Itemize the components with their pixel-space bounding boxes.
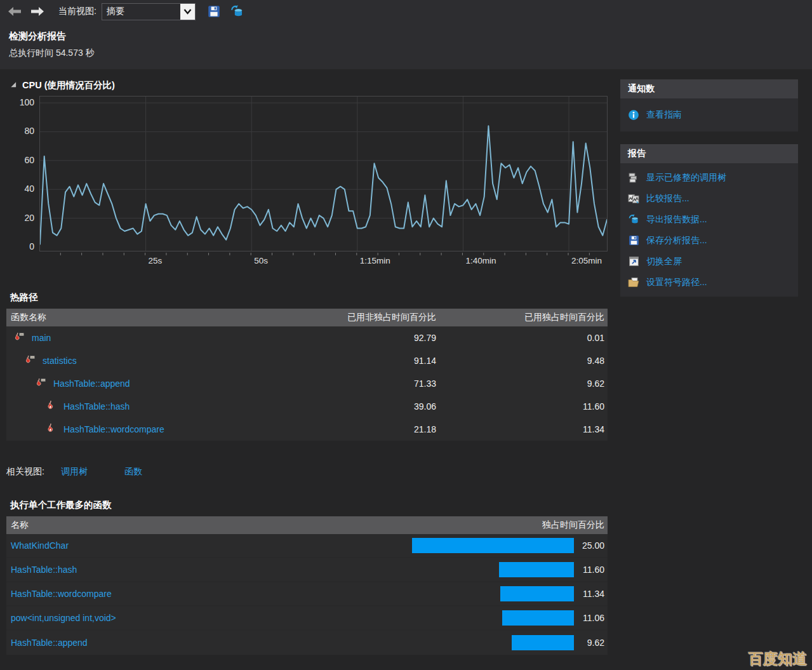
exclusive-pct-value: 9.62 [436,379,608,389]
function-link[interactable]: main [32,333,51,343]
forward-arrow-icon[interactable] [29,3,46,20]
exclusive-pct-value: 11.06 [574,613,608,623]
hot-path-flame-icon [35,377,46,390]
y-axis-tick-label: 20 [6,213,34,223]
notifications-panel: 通知数 查看指南 [620,79,798,131]
col-exclusive-time-pct[interactable]: 独占时间百分比 [406,519,608,531]
notification-link[interactable]: 查看指南 [646,109,682,121]
export-data-icon[interactable] [229,3,245,20]
notifications-title: 通知数 [620,79,798,98]
top-functions-table-header: 名称 独占时间百分比 [6,516,608,534]
related-views-label: 相关视图: [6,466,44,478]
function-link[interactable]: pow<int,unsigned int,void> [11,613,116,623]
exclusive-pct-value: 0.01 [436,333,608,343]
exclusive-pct-value: 11.60 [436,401,608,412]
hot-path-row: HashTable::wordcompare21.1811.34 [6,418,608,441]
exclusive-pct-value: 11.34 [574,589,608,599]
function-link[interactable]: statistics [43,356,77,366]
cpu-usage-chart: 100806040200 25s50s1:15min1:40min2:05min [6,93,608,276]
inclusive-pct-value: 39.06 [277,401,436,412]
exclusive-time-bar [500,586,574,601]
exclusive-time-bar [512,635,574,650]
flame-icon [46,423,56,436]
y-axis-tick-label: 100 [6,97,34,107]
function-link[interactable]: HashTable::hash [11,565,77,575]
hot-path-row: main92.790.01 [6,326,608,349]
function-link[interactable]: HashTable::append [53,379,130,389]
report-action-item[interactable]: 比较报告... [620,188,798,209]
inclusive-pct-value: 21.18 [277,424,436,434]
x-axis-tick-label: 25s [149,256,163,265]
back-arrow-icon[interactable] [6,3,23,20]
report-action-item[interactable]: 设置符号路径... [620,272,798,293]
info-icon [628,109,639,121]
hot-path-table: 函数名称 已用非独占时间百分比 已用独占时间百分比 main92.790.01s… [6,309,608,441]
report-action-link[interactable]: 切换全屏 [646,256,682,267]
report-action-item[interactable]: 切换全屏 [620,251,798,272]
function-link[interactable]: WhatKindChar [11,540,69,551]
page-title: 检测分析报告 [9,30,803,43]
exclusive-pct-value: 11.60 [574,565,608,575]
col-inclusive-pct[interactable]: 已用非独占时间百分比 [277,312,436,323]
cpu-chart-title: CPU (使用情况百分比) [22,79,115,91]
x-axis-tick-label: 1:15min [360,256,390,265]
col-function-name[interactable]: 函数名称 [6,312,277,323]
sidebar: 通知数 查看指南 报告 显示已修整的调用树比较报告...导出报告数据...保存分… [620,69,798,655]
hot-path-row: HashTable::hash39.0611.60 [6,395,608,418]
hot-path-flame-icon [13,332,24,344]
report-action-item[interactable]: 保存分析报告... [620,230,798,251]
collapse-triangle-icon[interactable] [9,79,17,91]
compare-reports-icon [628,193,639,204]
function-link[interactable]: HashTable::append [11,638,88,648]
hot-path-heading: 热路径 [10,291,614,304]
top-function-row: HashTable::wordcompare11.34 [6,582,608,606]
inclusive-pct-value: 91.14 [277,356,436,366]
col-name[interactable]: 名称 [6,519,406,531]
x-axis-tick-label: 1:40min [465,256,496,265]
save-icon[interactable] [206,3,222,20]
fullscreen-icon [628,256,639,267]
chevron-down-icon[interactable] [180,4,195,20]
report-main: CPU (使用情况百分比) 100806040200 25s50s1:15min… [0,69,614,655]
hot-path-table-header: 函数名称 已用非独占时间百分比 已用独占时间百分比 [6,309,608,326]
function-link[interactable]: HashTable::hash [63,401,130,412]
y-axis-tick-label: 0 [6,241,34,251]
related-views: 相关视图: 调用树 函数 [6,466,614,478]
functions-link[interactable]: 函数 [124,466,142,478]
reports-title: 报告 [620,144,798,163]
symbol-path-icon [628,277,639,288]
trimmed-call-tree-icon [628,172,639,184]
view-select-value: 摘要 [102,4,180,20]
function-link[interactable]: HashTable::wordcompare [11,589,112,599]
exclusive-pct-value: 9.48 [436,356,608,366]
hot-path-flame-icon [24,354,35,367]
report-action-link[interactable]: 设置符号路径... [646,277,707,288]
call-tree-link[interactable]: 调用树 [61,466,88,478]
notification-item[interactable]: 查看指南 [620,102,798,128]
watermark: 百度知道 [749,649,807,669]
exclusive-time-bar [499,562,574,577]
report-action-link[interactable]: 导出报告数据... [646,214,707,225]
report-action-item[interactable]: 导出报告数据... [620,209,798,230]
exclusive-time-bar [412,538,574,553]
cpu-chart-plot[interactable] [39,96,608,251]
report-action-link[interactable]: 显示已修整的调用树 [646,172,726,184]
y-axis-tick-label: 40 [6,184,34,194]
exclusive-pct-value: 25.00 [574,540,608,551]
reports-panel: 报告 显示已修整的调用树比较报告...导出报告数据...保存分析报告...切换全… [620,144,798,297]
x-axis-tick-label: 2:05min [571,256,602,265]
report-action-item[interactable]: 显示已修整的调用树 [620,167,798,188]
inclusive-pct-value: 71.33 [277,379,436,389]
view-select[interactable]: 摘要 [102,3,196,20]
report-action-link[interactable]: 保存分析报告... [646,235,707,246]
col-exclusive-pct[interactable]: 已用独占时间百分比 [436,312,608,323]
function-link[interactable]: HashTable::wordcompare [63,424,164,434]
current-view-label: 当前视图: [58,6,97,17]
report-action-link[interactable]: 比较报告... [646,193,689,204]
y-axis-tick-label: 80 [6,126,34,136]
top-function-row: pow<int,unsigned int,void>11.06 [6,606,608,631]
exclusive-time-bar [502,610,574,626]
top-function-row: HashTable::append9.62 [6,631,608,655]
hot-path-row: statistics91.149.48 [6,349,608,372]
top-functions-heading: 执行单个工作最多的函数 [10,499,614,511]
